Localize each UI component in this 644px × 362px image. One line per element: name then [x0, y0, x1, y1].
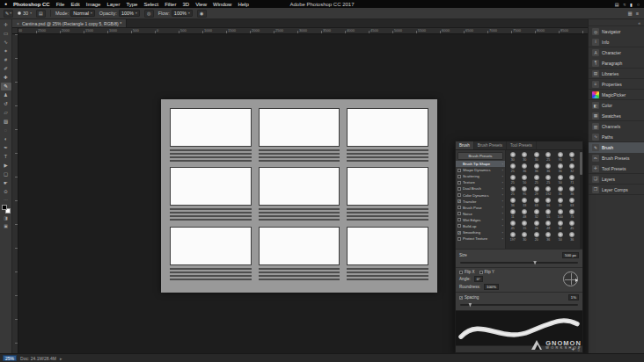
clone-stamp-tool[interactable]: ♟: [1, 91, 11, 99]
wifi-icon[interactable]: ≈: [623, 2, 626, 7]
brush-preset[interactable]: 36: [567, 231, 579, 243]
size-slider[interactable]: [460, 262, 578, 264]
brush-setting-item[interactable]: Build-up ▪: [456, 223, 505, 229]
setting-checkbox[interactable]: [457, 224, 461, 228]
hand-tool[interactable]: ☛: [1, 179, 11, 187]
panel-layer-comps[interactable]: ❐ Layer Comps: [589, 185, 644, 195]
lock-icon[interactable]: ▪: [502, 212, 503, 215]
rectangle-tool[interactable]: ▢: [1, 170, 11, 178]
brush-setting-item[interactable]: Brush Tip Shape ▪: [456, 161, 505, 167]
brush-preset[interactable]: 36: [567, 151, 579, 163]
brush-preset[interactable]: 25: [507, 163, 519, 174]
brush-preset[interactable]: 15: [519, 220, 531, 231]
setting-checkbox[interactable]: ✓: [457, 231, 461, 235]
setting-checkbox[interactable]: [457, 169, 461, 172]
status-chevron-icon[interactable]: ▸: [60, 356, 62, 361]
panel-properties[interactable]: ≡ Properties: [589, 79, 644, 90]
lock-icon[interactable]: ▪: [502, 218, 503, 221]
brush-preset[interactable]: 192: [543, 185, 555, 197]
battery-icon[interactable]: ▮: [630, 2, 633, 7]
brush-preset[interactable]: 95: [519, 185, 531, 197]
brush-preset[interactable]: 197: [507, 231, 519, 243]
move-tool[interactable]: ✛: [1, 21, 11, 29]
brush-preset[interactable]: 36: [554, 185, 567, 197]
brush-setting-item[interactable]: Texture ▪: [456, 179, 505, 185]
angle-value-field[interactable]: 0°: [474, 276, 483, 282]
brush-preset[interactable]: 26: [531, 220, 543, 231]
brush-preset[interactable]: 48: [543, 220, 555, 231]
zoom-tool[interactable]: ⊙: [1, 188, 11, 196]
workspace-switcher-icon[interactable]: ▦: [628, 11, 633, 16]
path-selection-tool[interactable]: ▶: [1, 162, 11, 170]
menubar-menu[interactable]: Select: [143, 2, 158, 7]
brush-preset[interactable]: 48: [519, 208, 531, 220]
brush-preset[interactable]: 36: [543, 231, 555, 243]
type-tool[interactable]: T: [1, 153, 11, 161]
brush-preset[interactable]: 36: [507, 197, 519, 208]
flip-x-checkbox[interactable]: Flip X: [459, 270, 475, 274]
panel-brush[interactable]: ✎ Brush: [589, 142, 644, 153]
screen-mode-button[interactable]: ▣: [1, 222, 11, 229]
airbrush-button[interactable]: ◉: [197, 10, 207, 18]
brush-preset[interactable]: 30: [519, 231, 531, 243]
brush-panel-tab[interactable]: Brush Presets: [474, 141, 507, 149]
spotlight-icon[interactable]: ○: [637, 2, 640, 7]
spot-healing-brush-tool[interactable]: ✚: [1, 74, 11, 82]
brush-preset[interactable]: 25: [543, 151, 555, 163]
panel-brush-presets[interactable]: ✏ Brush Presets: [589, 153, 644, 163]
opacity-select[interactable]: 100% ▾: [119, 10, 140, 17]
lock-icon[interactable]: ▪: [502, 169, 503, 172]
panel-menu-icon[interactable]: ≡: [636, 11, 639, 16]
brush-preset[interactable]: 71: [567, 174, 579, 185]
brush-preset[interactable]: 32: [554, 220, 567, 231]
ruler-origin-corner[interactable]: [12, 28, 18, 34]
gradient-tool[interactable]: ▧: [1, 118, 11, 126]
lock-icon[interactable]: ▪: [502, 187, 503, 191]
setting-checkbox[interactable]: [457, 212, 461, 215]
brush-preset[interactable]: 100: [554, 208, 567, 220]
panel-swatches[interactable]: ▦ Swatches: [589, 111, 644, 121]
rectangular-marquee-tool[interactable]: ▭: [1, 30, 11, 38]
slider-thumb[interactable]: [468, 303, 472, 308]
brush-preset[interactable]: 36: [567, 185, 579, 197]
foreground-color-swatch[interactable]: [2, 205, 7, 210]
eraser-tool[interactable]: ▱: [1, 109, 11, 117]
roundness-value-field[interactable]: 100%: [484, 284, 499, 290]
storyboard-artboard[interactable]: [161, 99, 437, 293]
pressure-opacity-button[interactable]: ◎: [144, 10, 154, 18]
menubar-menu[interactable]: Type: [126, 2, 137, 7]
brush-preset[interactable]: 50: [554, 174, 567, 185]
brush-preset[interactable]: 25: [531, 174, 543, 185]
brush-preset[interactable]: 45: [567, 220, 579, 231]
quick-selection-tool[interactable]: ✶: [1, 47, 11, 55]
brush-setting-item[interactable]: Noise ▪: [456, 211, 505, 217]
setting-checkbox[interactable]: [457, 187, 461, 191]
close-tab-icon[interactable]: ×: [17, 21, 19, 26]
brush-setting-item[interactable]: Brush Pose ▪: [456, 205, 505, 211]
brush-angle-dial[interactable]: [563, 272, 578, 286]
dodge-tool[interactable]: ◐: [1, 135, 11, 143]
horizontal-ruler[interactable]: 3000250020001500100050005001000150020002…: [12, 28, 588, 34]
blur-tool[interactable]: ◌: [1, 127, 11, 134]
brush-setting-item[interactable]: Wet Edges ▪: [456, 217, 505, 223]
panel-paths[interactable]: ∿ Paths: [589, 132, 644, 142]
brush-preset[interactable]: 50: [519, 174, 531, 185]
lock-icon[interactable]: ▪: [502, 175, 503, 178]
setting-checkbox[interactable]: [457, 218, 461, 221]
eyedropper-tool[interactable]: ✐: [1, 65, 11, 73]
panel-character[interactable]: A Character: [589, 47, 644, 58]
tool-preset-picker[interactable]: ✎ ▾: [4, 10, 13, 18]
lock-icon[interactable]: ▪: [502, 193, 503, 197]
panel-info[interactable]: i Info: [589, 37, 644, 47]
quick-mask-button[interactable]: ◨: [1, 214, 11, 221]
spacing-value-field[interactable]: 1%: [568, 294, 579, 300]
brush-setting-item[interactable]: ✓ Smoothing ▪: [456, 229, 505, 235]
spacing-slider[interactable]: [460, 304, 578, 306]
brush-preset[interactable]: 25: [543, 174, 555, 185]
menubar-menu[interactable]: Layer: [106, 2, 120, 7]
brush-preset[interactable]: 11: [507, 208, 519, 220]
flow-select[interactable]: 100% ▾: [172, 10, 193, 17]
setting-checkbox[interactable]: [457, 181, 461, 185]
vertical-ruler[interactable]: [12, 34, 18, 353]
brush-preset[interactable]: 50: [554, 231, 567, 243]
